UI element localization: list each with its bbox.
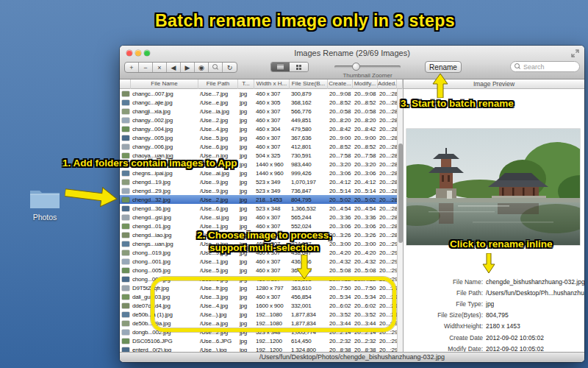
- metadata-value[interactable]: 2180 x 1453: [486, 322, 520, 330]
- cell-type: jpg: [238, 108, 254, 115]
- cell-modified: 20...4:20: [353, 250, 378, 256]
- desktop: { "desktop": { "headline": "Batch rename…: [0, 0, 588, 368]
- cell-added: 20...:28: [378, 170, 397, 177]
- cell-added: 20...:29: [378, 347, 397, 353]
- table-row[interactable]: chengd...29.jpg/Use...9.jpgjpg523 x 3497…: [120, 186, 397, 195]
- cell-modified: 20...8:38: [353, 347, 378, 353]
- cell-path: /Use...ai.jpg: [198, 170, 238, 177]
- delete-button[interactable]: ×: [153, 63, 167, 72]
- cell-type: jpg: [238, 170, 254, 177]
- metadata-label: File Path:: [404, 289, 483, 297]
- metadata-value[interactable]: 2012-09-02 10:05:02: [486, 334, 544, 342]
- folder-label: Photos: [22, 213, 68, 222]
- metadata-value[interactable]: chengde_bishushanzhuang-032.jpg: [486, 278, 584, 286]
- table-row[interactable]: chong...005.jpg/Use...5.jpgjpg460 x 3073…: [120, 266, 397, 275]
- grid-view-button[interactable]: [290, 63, 308, 71]
- search-button[interactable]: [209, 63, 223, 72]
- table-row[interactable]: changc...007.jpg/Use...7.jpgjpg460 x 307…: [120, 89, 397, 98]
- prev-button[interactable]: ◀: [167, 63, 181, 72]
- cell-added: 20...:28: [378, 108, 397, 115]
- thumbnail-zoomer-slider[interactable]: [334, 66, 401, 68]
- metadata-value[interactable]: /Users/fun/Desktop/Ph...hushanzhuang-032…: [486, 289, 584, 297]
- table-row[interactable]: chengd...gsi.jpg/Use...si.jpgjpg460 x 30…: [120, 213, 397, 222]
- column-header-filepath[interactable]: File Path: [198, 79, 238, 89]
- table-row[interactable]: DSC05106.JPG/Use...6.JPGjpg192...1200614…: [120, 336, 397, 345]
- cell-path: /Use...9.jpg: [198, 188, 238, 194]
- column-header-create[interactable]: Create...: [328, 79, 353, 89]
- table-row-selected[interactable]: chengd...32.jpg/Use...2.jpgjpg218...1453…: [120, 195, 397, 204]
- table-row[interactable]: chegns...ipai.jpg/Use...ai.jpgjpg1440 x …: [120, 169, 397, 177]
- file-thumbnail: [122, 118, 129, 123]
- file-thumbnail: [122, 303, 129, 308]
- preview-button[interactable]: ◉: [195, 63, 209, 72]
- cell-name: changc...ajie.jpg: [131, 99, 198, 106]
- cell-dims: 1440 x 960: [254, 170, 290, 177]
- metadata-row: WidthxHeight:2180 x 1453: [404, 321, 584, 332]
- metadata-row: Create Date2012-09-02 10:05:02: [404, 332, 584, 343]
- cell-type: jpg: [238, 135, 254, 141]
- metadata-value[interactable]: 804,795: [486, 311, 509, 319]
- column-header-filesizeb[interactable]: File Size(B...: [290, 79, 328, 89]
- add-button[interactable]: +: [125, 63, 139, 72]
- list-view-icon: [277, 64, 284, 70]
- cell-size: 999,426: [290, 170, 328, 177]
- table-row[interactable]: chengd...19.jpg/Use...9.jpgjpg523 x 3491…: [120, 177, 397, 186]
- cell-path: /Use...).jpg: [198, 347, 238, 353]
- refresh-button[interactable]: ↻: [223, 63, 237, 72]
- cell-path: /Use...2.jpg: [198, 197, 238, 203]
- cell-dims: 218...1453: [254, 197, 290, 203]
- file-thumbnail: [122, 330, 129, 335]
- slider-knob[interactable]: [352, 63, 360, 71]
- file-thumbnail: [122, 91, 129, 96]
- photos-folder[interactable]: Photos: [22, 185, 68, 222]
- table-row[interactable]: changc...ajie.jpg/Use...e.jpgjpg460 x 30…: [120, 98, 397, 107]
- cell-added: 20...:29: [378, 267, 397, 274]
- cell-size: 412,801: [290, 144, 328, 150]
- table-row[interactable]: changy...002.jpg/Use...2.jpgjpg460 x 307…: [120, 116, 397, 124]
- cell-dims: 460 x 307: [254, 258, 290, 265]
- fullscreen-icon[interactable]: [571, 49, 579, 57]
- next-button[interactable]: ▶: [181, 63, 195, 72]
- cell-dims: 523 x 349: [254, 179, 290, 185]
- column-header-widthxh[interactable]: Width x H...: [254, 79, 290, 89]
- cell-dims: 192...1200: [254, 338, 290, 344]
- cell-created: 20...3:20: [328, 161, 353, 168]
- column-header-t[interactable]: T...: [238, 79, 254, 89]
- file-thumbnail: [122, 127, 129, 132]
- cell-dims: 460 x 305: [254, 99, 290, 106]
- table-row[interactable]: enterd...0(2).jpg/Use...).jpgjpg192...12…: [120, 345, 397, 352]
- table-scrollbar[interactable]: [397, 89, 403, 352]
- cell-name: changy...002.jpg: [131, 117, 198, 124]
- search-input[interactable]: Search: [510, 61, 580, 72]
- metadata-value[interactable]: jpg: [486, 300, 494, 308]
- cell-path: /Use...si.jpg: [198, 214, 238, 221]
- column-header-blank: [120, 79, 131, 89]
- table-row[interactable]: changy...005.jpg/Use...5.jpgjpg460 x 307…: [120, 133, 397, 142]
- cell-created: 20...8:20: [328, 117, 353, 124]
- rename-inline-arrow-icon: [482, 253, 495, 277]
- rename-button[interactable]: Rename: [425, 61, 462, 73]
- column-header-added[interactable]: Added...: [378, 79, 397, 89]
- cell-name: chengd...36.jpg: [131, 205, 198, 212]
- column-header-modify[interactable]: Modify...: [353, 79, 378, 89]
- table-row[interactable]: changy...006.jpg/Use...6.jpgjpg460 x 307…: [120, 142, 397, 151]
- remove-button[interactable]: −: [139, 63, 153, 72]
- cell-type: jpg: [238, 205, 254, 212]
- cell-size: 983,440: [290, 161, 328, 168]
- cell-created: 20...4:20: [328, 250, 353, 256]
- column-header-filename[interactable]: File Name: [131, 79, 198, 89]
- cell-size: 449,851: [290, 117, 328, 124]
- cell-modified: 20...8:52: [353, 99, 378, 106]
- cell-created: 20...3:26: [328, 232, 353, 238]
- cell-dims: 460 x 307: [254, 91, 290, 97]
- image-preview-pane: File Name:chengde_bishushanzhuang-032.jp…: [403, 89, 584, 352]
- table-row[interactable]: chong...001.jpg/Use...1.jpgjpg460 x 3074…: [120, 257, 397, 266]
- cell-added: 20...:29: [378, 338, 397, 344]
- list-view-button[interactable]: [271, 63, 290, 71]
- table-row[interactable]: changy...004.jpg/Use...4.jpgjpg460 x 304…: [120, 124, 397, 133]
- cell-type: jpg: [238, 214, 254, 221]
- cell-name: chengs...uan.jpg: [131, 241, 198, 247]
- table-row[interactable]: changji...xia.jpg/Use...ia.jpgjpg460 x 3…: [120, 107, 397, 116]
- step1-annotation: 1. Add folders contain images to App: [62, 158, 237, 169]
- table-row[interactable]: chengd...36.jpg/Use...6.jpgjpg523 x 3481…: [120, 204, 397, 213]
